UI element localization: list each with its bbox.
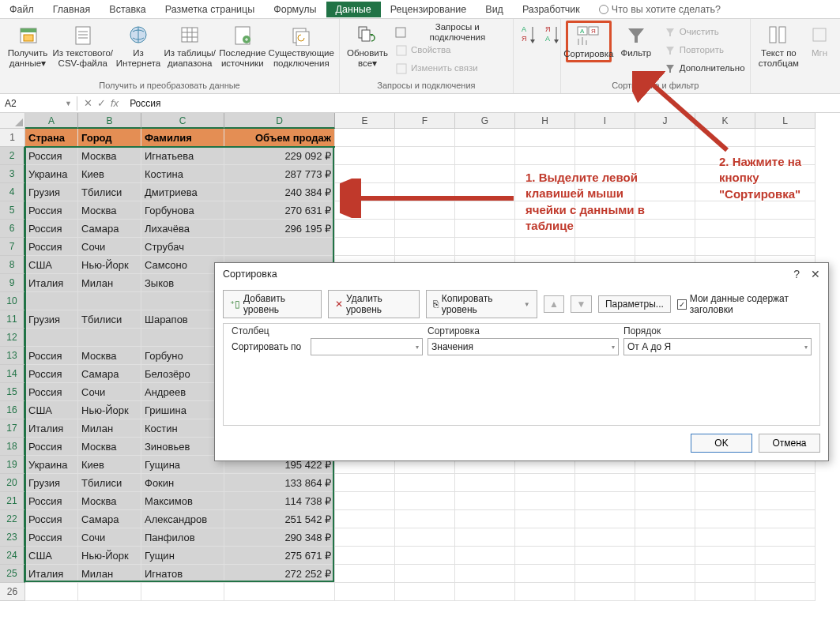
- cell[interactable]: Россия: [25, 492, 78, 510]
- menu-item[interactable]: Формулы: [264, 2, 326, 17]
- cell[interactable]: 114 738 ₽: [224, 492, 335, 510]
- cell[interactable]: Шарапов: [141, 310, 224, 329]
- ribbon-small-button[interactable]: Свойства: [392, 42, 508, 59]
- menu-item[interactable]: Данные: [326, 2, 381, 17]
- cell[interactable]: Фокин: [141, 474, 224, 492]
- cell[interactable]: Объем продаж: [224, 129, 335, 147]
- cell[interactable]: [635, 528, 695, 547]
- cell[interactable]: [575, 510, 635, 528]
- cell[interactable]: Милан: [78, 274, 141, 292]
- row-header[interactable]: 25: [0, 565, 25, 583]
- menu-item[interactable]: Разработчик: [513, 2, 590, 17]
- cell[interactable]: [755, 474, 816, 492]
- cell[interactable]: Лихачёва: [141, 220, 224, 238]
- row-header[interactable]: 23: [0, 528, 25, 547]
- cell[interactable]: США: [25, 401, 78, 419]
- cell[interactable]: [755, 201, 816, 220]
- cell[interactable]: [455, 147, 515, 165]
- cell[interactable]: Италия: [25, 565, 78, 583]
- cell[interactable]: США: [25, 547, 78, 565]
- cell[interactable]: [635, 547, 695, 565]
- cell[interactable]: 296 195 ₽: [224, 220, 335, 238]
- column-header[interactable]: B: [78, 113, 141, 129]
- cell[interactable]: [395, 547, 455, 565]
- cell[interactable]: [395, 238, 455, 256]
- cell[interactable]: [455, 583, 515, 601]
- row-header[interactable]: 17: [0, 419, 25, 438]
- cell[interactable]: Горбунова: [141, 201, 224, 220]
- cell[interactable]: Самара: [78, 365, 141, 383]
- ribbon-button[interactable]: Из Интернета: [115, 21, 161, 69]
- cell[interactable]: [515, 474, 575, 492]
- cell[interactable]: [455, 528, 515, 547]
- cell[interactable]: Игнатов: [141, 565, 224, 583]
- cell[interactable]: [695, 474, 755, 492]
- cell[interactable]: [755, 220, 816, 238]
- cell[interactable]: [335, 147, 395, 165]
- cell[interactable]: [695, 565, 755, 583]
- cell[interactable]: [455, 492, 515, 510]
- cell[interactable]: Тбилиси: [78, 310, 141, 329]
- cell[interactable]: Россия: [25, 510, 78, 528]
- cell[interactable]: [78, 292, 141, 310]
- cell[interactable]: США: [25, 256, 78, 274]
- cell[interactable]: [335, 220, 395, 238]
- cell[interactable]: [695, 510, 755, 528]
- row-header[interactable]: 18: [0, 438, 25, 456]
- row-header[interactable]: 24: [0, 547, 25, 565]
- cell[interactable]: Панфилов: [141, 528, 224, 547]
- cell[interactable]: [141, 329, 224, 347]
- cell[interactable]: 229 092 ₽: [224, 147, 335, 165]
- cell[interactable]: Украина: [25, 456, 78, 474]
- cell[interactable]: [755, 510, 816, 528]
- name-box[interactable]: A2▼: [0, 96, 77, 111]
- column-header[interactable]: L: [755, 113, 816, 129]
- cell[interactable]: Россия: [25, 347, 78, 365]
- sort-on-select[interactable]: Значения▾: [428, 338, 619, 355]
- menu-item[interactable]: Разметка страницы: [156, 2, 264, 17]
- row-header[interactable]: 19: [0, 456, 25, 474]
- row-header[interactable]: 7: [0, 238, 25, 256]
- cell[interactable]: [695, 583, 755, 601]
- cell[interactable]: [515, 528, 575, 547]
- cell[interactable]: Гущина: [141, 456, 224, 474]
- row-header[interactable]: 12: [0, 329, 25, 347]
- cell[interactable]: Нью-Йорк: [78, 256, 141, 274]
- ribbon-small-button[interactable]: Изменить связи: [392, 60, 508, 77]
- cell[interactable]: [335, 129, 395, 147]
- cell[interactable]: [78, 329, 141, 347]
- cell[interactable]: [455, 220, 515, 238]
- cell[interactable]: [755, 129, 816, 147]
- row-header[interactable]: 22: [0, 510, 25, 528]
- cell[interactable]: [575, 492, 635, 510]
- cell[interactable]: [515, 510, 575, 528]
- cell[interactable]: [575, 474, 635, 492]
- cell[interactable]: [515, 565, 575, 583]
- cell[interactable]: [335, 565, 395, 583]
- cell[interactable]: Москва: [78, 492, 141, 510]
- headers-checkbox[interactable]: ✓Мои данные содержат заголовки: [677, 293, 820, 315]
- ribbon-button[interactable]: Существующие подключения: [269, 21, 334, 69]
- menu-item[interactable]: Рецензирование: [381, 2, 477, 17]
- cell[interactable]: [515, 129, 575, 147]
- row-header[interactable]: 14: [0, 365, 25, 383]
- row-header[interactable]: 6: [0, 220, 25, 238]
- cell[interactable]: Нью-Йорк: [78, 547, 141, 565]
- cell[interactable]: [515, 238, 575, 256]
- cell[interactable]: Италия: [25, 419, 78, 438]
- sort-az-button[interactable]: АЯ: [518, 21, 541, 48]
- cell[interactable]: [755, 583, 816, 601]
- cell[interactable]: [25, 329, 78, 347]
- cell[interactable]: [455, 238, 515, 256]
- cell[interactable]: Сочи: [78, 528, 141, 547]
- row-header[interactable]: 3: [0, 165, 25, 183]
- cell[interactable]: [455, 510, 515, 528]
- cell[interactable]: [575, 583, 635, 601]
- cell[interactable]: Россия: [25, 147, 78, 165]
- cell[interactable]: [755, 547, 816, 565]
- cell[interactable]: Игнатьева: [141, 147, 224, 165]
- sort-button[interactable]: АЯ Сортировка: [566, 21, 612, 62]
- cell[interactable]: Фамилия: [141, 129, 224, 147]
- cell[interactable]: [695, 201, 755, 220]
- cell[interactable]: Дмитриева: [141, 183, 224, 201]
